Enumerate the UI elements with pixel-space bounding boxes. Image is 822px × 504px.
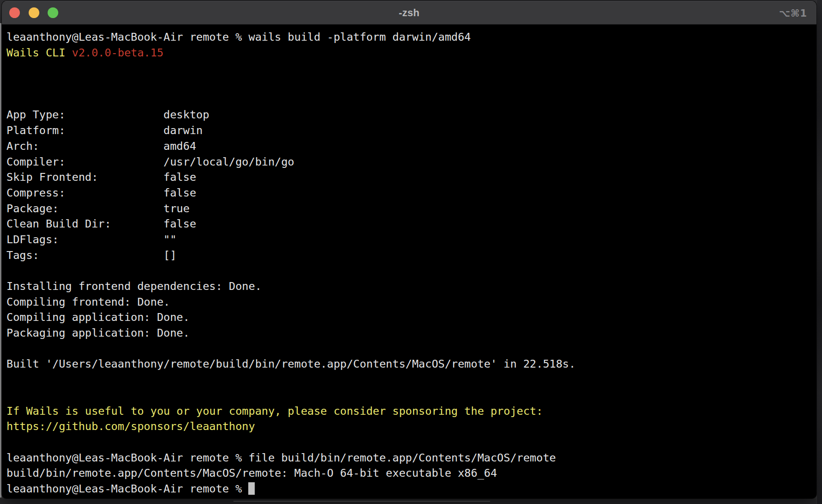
terminal-line: If Wails is useful to you or your compan…: [6, 404, 814, 419]
terminal-line: Compiler: /usr/local/go/bin/go: [6, 154, 814, 170]
terminal-cursor: [248, 482, 255, 495]
terminal-line: [6, 61, 814, 76]
background-edge-right: [816, 0, 822, 504]
terminal-output[interactable]: leaanthony@Leas-MacBook-Air remote % wai…: [2, 25, 816, 498]
terminal-line: build/bin/remote.app/Contents/MacOS/remo…: [6, 466, 814, 481]
terminal-line: leaanthony@Leas-MacBook-Air remote % wai…: [6, 30, 814, 45]
terminal-line: Skip Frontend: false: [6, 170, 814, 185]
terminal-line: Clean Build Dir: false: [6, 216, 814, 232]
terminal-line: [6, 92, 814, 108]
window-title: -zsh: [2, 7, 816, 19]
terminal-line: Compiling application: Done.: [6, 310, 814, 326]
terminal-line: Packaging application: Done.: [6, 326, 814, 341]
terminal-window: -zsh ⌥⌘1 leaanthony@Leas-MacBook-Air rem…: [2, 1, 816, 498]
terminal-line: Tags: []: [6, 248, 814, 264]
terminal-line: leaanthony@Leas-MacBook-Air remote %: [6, 481, 814, 497]
title-bar[interactable]: -zsh ⌥⌘1: [2, 1, 816, 25]
terminal-line: [6, 263, 814, 279]
terminal-line: [6, 388, 814, 404]
background-edge-bottom: [0, 498, 816, 504]
terminal-line: Package: true: [6, 201, 814, 217]
background-divider-line: [233, 501, 490, 502]
terminal-line: Installing frontend dependencies: Done.: [6, 279, 814, 295]
terminal-line: Built '/Users/leaanthony/remote/build/bi…: [6, 356, 814, 372]
terminal-line: LDFlags: "": [6, 232, 814, 248]
terminal-line: [6, 76, 814, 92]
terminal-line: Compress: false: [6, 185, 814, 201]
terminal-line: Arch: amd64: [6, 139, 814, 154]
terminal-line: [6, 372, 814, 388]
terminal-line: [6, 435, 814, 450]
terminal-line: https://github.com/sponsors/leaanthony: [6, 419, 814, 435]
keyboard-shortcut-badge: ⌥⌘1: [779, 1, 807, 25]
terminal-line: leaanthony@Leas-MacBook-Air remote % fil…: [6, 450, 814, 466]
terminal-line: Compiling frontend: Done.: [6, 295, 814, 310]
terminal-line: Wails CLI v2.0.0-beta.15: [6, 45, 814, 61]
terminal-line: Platform: darwin: [6, 123, 814, 139]
terminal-line: App Type: desktop: [6, 107, 814, 123]
terminal-line: [6, 341, 814, 357]
